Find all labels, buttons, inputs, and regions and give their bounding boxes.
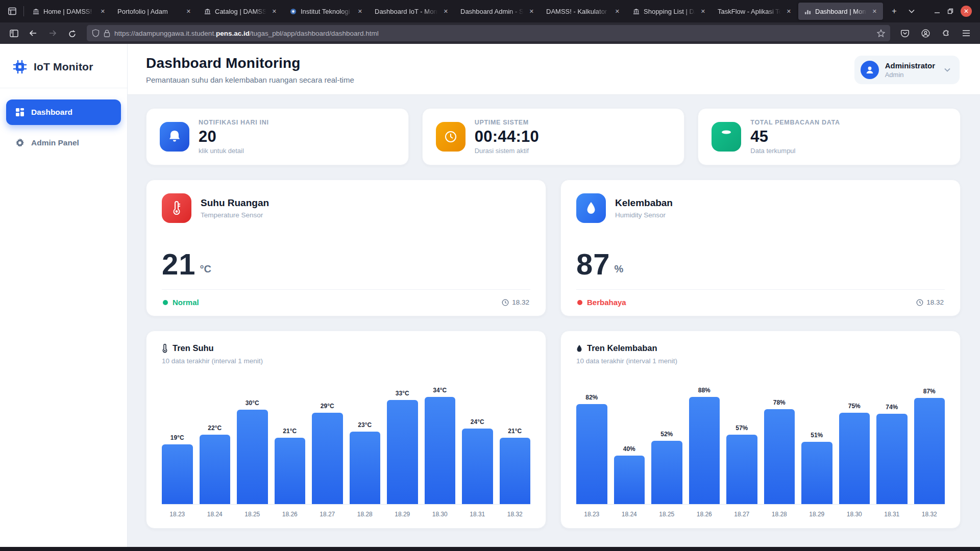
bar-column: 19°C bbox=[162, 383, 193, 504]
bar-value-label: 75% bbox=[848, 403, 861, 410]
bar-value-label: 34°C bbox=[433, 387, 447, 394]
last-update-time: 18.32 bbox=[916, 298, 944, 306]
bar-column: 87% bbox=[914, 383, 945, 504]
chart-bar bbox=[614, 456, 645, 504]
chart-bar bbox=[162, 444, 193, 504]
sidebar-toggle-icon[interactable] bbox=[5, 26, 22, 41]
bar-value-label: 87% bbox=[923, 388, 936, 395]
reload-icon[interactable] bbox=[63, 26, 81, 41]
stat-card-notifications[interactable]: NOTIFIKASI HARI INI 20 klik untuk detail bbox=[146, 108, 409, 165]
sidebar-item-dashboard[interactable]: Dashboard bbox=[6, 99, 121, 125]
bar-value-label: 24°C bbox=[471, 418, 484, 425]
restore-button[interactable] bbox=[947, 8, 953, 14]
x-axis-tick-label: 18.23 bbox=[162, 511, 193, 518]
x-axis-labels: 18.2318.2418.2518.2618.2718.2818.2918.30… bbox=[576, 511, 945, 518]
account-icon[interactable] bbox=[917, 26, 934, 41]
chart-bar bbox=[462, 429, 493, 504]
menu-icon[interactable] bbox=[958, 26, 975, 41]
tab-close-icon[interactable]: ✕ bbox=[785, 7, 793, 16]
list-tabs-icon[interactable] bbox=[903, 3, 920, 19]
bar-value-label: 19°C bbox=[170, 434, 184, 441]
tab-title: Institut Teknologi S bbox=[301, 8, 352, 15]
pocket-icon[interactable] bbox=[896, 26, 914, 41]
url-text: https://adampunggawa.it.student.pens.ac.… bbox=[114, 30, 873, 37]
bar-value-label: 57% bbox=[736, 424, 748, 432]
url-bar[interactable]: https://adampunggawa.it.student.pens.ac.… bbox=[87, 25, 890, 41]
status-badge: Berbahaya bbox=[577, 298, 626, 307]
x-axis-tick-label: 18.30 bbox=[425, 511, 456, 518]
browser-tab[interactable]: Catalog | DAMSS!✕ bbox=[198, 3, 283, 20]
bar-value-label: 21°C bbox=[283, 428, 297, 435]
tab-close-icon[interactable]: ✕ bbox=[270, 7, 279, 16]
tab-close-icon[interactable]: ✕ bbox=[356, 7, 364, 16]
browser-tab[interactable]: TaskFlow - Aplikasi To-D✕ bbox=[713, 3, 797, 20]
browser-tab[interactable]: Home | DAMSS!✕ bbox=[27, 3, 111, 20]
chart-bar bbox=[425, 397, 456, 504]
thermometer-icon bbox=[162, 193, 191, 223]
tab-close-icon[interactable]: ✕ bbox=[699, 7, 707, 16]
lock-icon[interactable] bbox=[104, 30, 110, 37]
browser-tab[interactable]: Portofolio | Adam✕ bbox=[112, 3, 197, 20]
user-role: Admin bbox=[885, 71, 935, 79]
chart-bar bbox=[914, 398, 945, 504]
tab-close-icon[interactable]: ✕ bbox=[527, 7, 536, 16]
bar-column: 24°C bbox=[462, 383, 493, 504]
sensor-row: Suhu Ruangan Temperature Sensor 21 °C No… bbox=[146, 180, 961, 316]
chip-logo-icon bbox=[12, 59, 28, 74]
stat-card-total-readings: TOTAL PEMBACAAN DATA 45 Data terkumpul bbox=[698, 108, 961, 165]
new-tab-button[interactable]: + bbox=[886, 3, 903, 19]
chart-card-temperature: Tren Suhu 10 data terakhir (interval 1 m… bbox=[146, 331, 546, 529]
chart-bar bbox=[275, 438, 306, 504]
browser-tab[interactable]: DAMSS! - Kalkulator Mo✕ bbox=[541, 3, 626, 20]
chart-title: Tren Kelembaban bbox=[587, 343, 657, 353]
bars: 19°C22°C30°C21°C29°C23°C33°C34°C24°C21°C bbox=[162, 383, 530, 504]
x-axis-tick-label: 18.29 bbox=[801, 511, 832, 518]
back-icon[interactable] bbox=[24, 26, 42, 41]
bookmark-star-icon[interactable] bbox=[877, 29, 885, 37]
chart-bar bbox=[764, 409, 795, 504]
browser-window: Home | DAMSS!✕Portofolio | Adam✕Catalog … bbox=[0, 0, 980, 551]
tab-close-icon[interactable]: ✕ bbox=[870, 7, 879, 16]
minimize-button[interactable] bbox=[934, 8, 940, 14]
sidebar: IoT Monitor Dashboard Admin Panel bbox=[0, 44, 128, 547]
browser-tab[interactable]: Dashboard Admin - Sist✕ bbox=[455, 3, 540, 20]
x-axis-tick-label: 18.25 bbox=[237, 511, 268, 518]
page-subtitle: Pemantauan suhu dan kelembaban ruangan s… bbox=[146, 76, 354, 84]
bar-value-label: 74% bbox=[886, 404, 898, 411]
x-axis-tick-label: 18.31 bbox=[876, 511, 908, 518]
tab-close-icon[interactable]: ✕ bbox=[442, 7, 450, 16]
forward-icon[interactable] bbox=[44, 26, 61, 41]
browser-tab[interactable]: Dashboard IoT - Monito✕ bbox=[370, 3, 454, 20]
chart-bar bbox=[350, 432, 381, 504]
bar-value-label: 29°C bbox=[321, 403, 334, 410]
chart-bar bbox=[576, 404, 607, 504]
database-icon bbox=[712, 122, 741, 152]
close-button[interactable]: ✕ bbox=[961, 6, 972, 17]
bar-value-label: 22°C bbox=[208, 424, 222, 432]
bar-column: 30°C bbox=[237, 383, 268, 504]
chart-bar bbox=[312, 413, 343, 504]
tab-close-icon[interactable]: ✕ bbox=[184, 7, 193, 16]
stat-value: 20 bbox=[199, 128, 269, 146]
browser-tab[interactable]: Institut Teknologi S✕ bbox=[284, 3, 369, 20]
chart-bar bbox=[689, 397, 720, 504]
x-axis-tick-label: 18.24 bbox=[614, 511, 645, 518]
browser-tab[interactable]: Dashboard | Monito✕ bbox=[798, 3, 883, 20]
x-axis-tick-label: 18.30 bbox=[839, 511, 870, 518]
bar-column: 57% bbox=[726, 383, 757, 504]
humidity-unit: % bbox=[615, 263, 624, 276]
x-axis-tick-label: 18.31 bbox=[462, 511, 493, 518]
bar-value-label: 82% bbox=[585, 394, 598, 401]
tab-close-icon[interactable]: ✕ bbox=[99, 7, 107, 16]
extensions-icon[interactable] bbox=[937, 26, 954, 41]
tracking-shield-icon[interactable] bbox=[92, 29, 100, 37]
stat-sublabel: klik untuk detail bbox=[199, 147, 269, 155]
tab-close-icon[interactable]: ✕ bbox=[613, 7, 622, 16]
firefox-view-icon[interactable] bbox=[3, 3, 21, 19]
tab-title: Catalog | DAMSS! bbox=[215, 8, 266, 15]
tab-title: Dashboard Admin - Sist bbox=[460, 8, 524, 15]
user-menu[interactable]: Administrator Admin bbox=[854, 56, 960, 84]
bar-value-label: 51% bbox=[811, 432, 823, 439]
browser-tab[interactable]: Shopping List | DAM✕ bbox=[627, 3, 712, 20]
sidebar-item-admin-panel[interactable]: Admin Panel bbox=[6, 130, 121, 156]
